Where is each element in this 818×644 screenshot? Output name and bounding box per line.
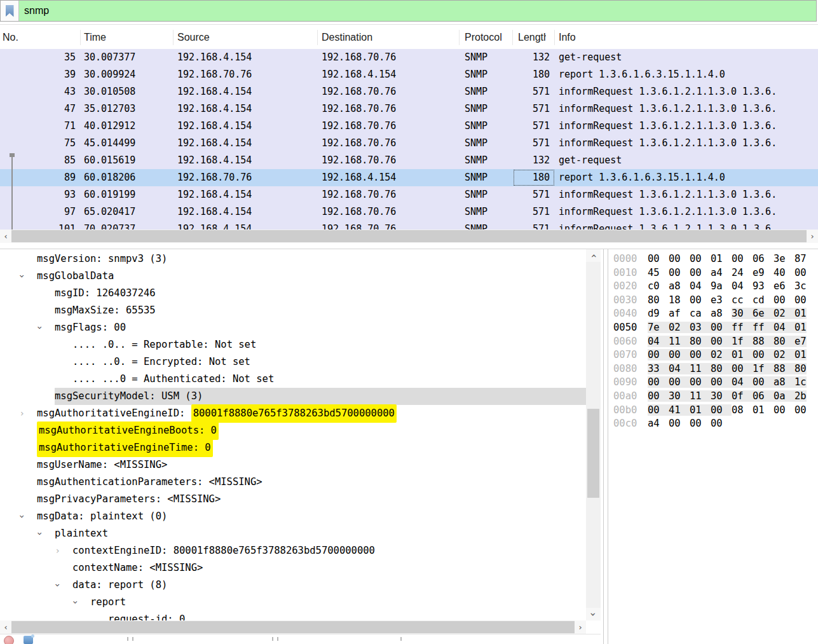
expander-collapsed-icon[interactable]: › (20, 405, 37, 422)
tree-row-msgauthoritativeengineboots[interactable]: msgAuthoritativeEngineBoots: 0 (0, 422, 586, 439)
scrollbar-thumb[interactable] (11, 230, 807, 242)
packet-list-horizontal-scrollbar[interactable]: ‹ › (0, 230, 818, 243)
hex-offset: 0040 (613, 307, 640, 321)
cell-info: get-request (555, 49, 818, 66)
tree-row-msgsecuritymodel-selected[interactable]: msgSecurityModel: USM (3) (0, 388, 586, 405)
expander-expanded-icon[interactable]: › (38, 525, 55, 542)
packet-row[interactable]: 7140.012912192.168.4.154192.168.70.76SNM… (0, 118, 818, 135)
column-header-length[interactable]: Length (513, 30, 555, 45)
tree-row-flag-authenticated[interactable]: .... ...0 = Authenticated: Not set (0, 371, 586, 388)
hex-row[interactable]: 008033 04 11 80 00 1f 88 80 (613, 362, 818, 376)
tree-row-contextengineid[interactable]: ›contextEngineID: 80001f8880e765f3788263… (0, 542, 586, 559)
tree-row-label: msgAuthoritativeEngineID: (37, 405, 191, 422)
column-header-time[interactable]: Time (81, 30, 174, 45)
expander-expanded-icon[interactable]: › (56, 577, 72, 594)
cell-time: 30.009924 (81, 66, 174, 83)
display-filter-input[interactable] (19, 5, 816, 17)
tree-row-msgmaxsize[interactable]: msgMaxSize: 65535 (0, 302, 586, 319)
hex-row[interactable]: 00a000 30 11 30 0f 06 0a 2b (613, 390, 818, 404)
cell-length: 132 (513, 49, 555, 66)
hex-row[interactable]: 009000 00 00 00 04 00 a8 1c (613, 376, 818, 390)
tree-row-label: data: report (8) (72, 577, 167, 594)
hex-row[interactable]: 00507e 02 03 00 ff ff 04 01 (613, 321, 818, 335)
expander-collapsed-icon[interactable]: › (56, 542, 72, 559)
cell-destination: 192.168.70.76 (318, 221, 460, 230)
tree-row-msgauthenticationparameters[interactable]: msgAuthenticationParameters: <MISSING> (0, 474, 586, 491)
scroll-left-button[interactable]: ‹ (0, 230, 11, 243)
packet-row[interactable]: 8560.015619192.168.4.154192.168.70.76SNM… (0, 152, 818, 169)
packet-row[interactable]: 9765.020417192.168.4.154192.168.70.76SNM… (0, 203, 818, 221)
tree-row-report[interactable]: ›report (0, 594, 586, 611)
expander-expanded-icon[interactable]: › (38, 319, 55, 336)
expander-expanded-icon[interactable]: › (20, 268, 37, 285)
tree-row-contextname[interactable]: contextName: <MISSING> (0, 559, 586, 577)
hex-bytes-highlighted: 00 41 01 00 (648, 404, 732, 416)
tree-row-request-id[interactable]: request-id: 0 (0, 611, 586, 620)
tree-row-msgglobaldata[interactable]: ›msgGlobalData (0, 268, 586, 285)
capture-file-icon[interactable] (24, 636, 33, 644)
hex-row[interactable]: 006004 11 80 00 1f 88 80 e7 (613, 335, 818, 349)
filter-bookmark-button[interactable] (1, 1, 19, 21)
tree-row-data-report[interactable]: ›data: report (8) (0, 577, 586, 594)
packet-row[interactable]: 3930.009924192.168.70.76192.168.4.154SNM… (0, 66, 818, 83)
column-header-source[interactable]: Source (174, 30, 318, 45)
packet-row[interactable]: 3530.007377192.168.4.154192.168.70.76SNM… (0, 49, 818, 66)
packet-row-selected[interactable]: 8960.018206192.168.70.76192.168.4.154SNM… (0, 169, 818, 186)
scroll-right-button[interactable]: › (575, 620, 586, 634)
packet-row[interactable]: 4735.012703192.168.4.154192.168.70.76SNM… (0, 100, 818, 118)
hex-row[interactable]: 00c0a4 00 00 00 (613, 417, 818, 431)
tree-row-label: request-id: 0 (108, 611, 185, 620)
packet-row[interactable]: 10170.020737192.168.4.154192.168.70.76SN… (0, 221, 818, 230)
column-header-info[interactable]: Info (555, 30, 818, 45)
scroll-up-button[interactable]: › (586, 249, 601, 262)
tree-row-msgauthoritativeengineid[interactable]: ›msgAuthoritativeEngineID: 80001f8880e76… (0, 405, 586, 422)
cell-destination: 192.168.70.76 (318, 118, 460, 135)
tree-row-msgauthoritativeenginetime[interactable]: msgAuthoritativeEngineTime: 0 (0, 439, 586, 456)
hex-row[interactable]: 007000 00 00 02 01 00 02 01 (613, 348, 818, 362)
tree-row-flag-encrypted[interactable]: .... ..0. = Encrypted: Not set (0, 353, 586, 371)
display-filter-field[interactable] (19, 1, 816, 21)
expander-expanded-icon[interactable]: › (74, 594, 90, 611)
packet-row[interactable]: 9360.019199192.168.4.154192.168.70.76SNM… (0, 186, 818, 203)
packet-row[interactable]: 7545.014499192.168.4.154192.168.70.76SNM… (0, 135, 818, 152)
cell-no: 39 (0, 66, 81, 83)
cell-destination: 192.168.70.76 (318, 100, 460, 118)
scroll-down-button[interactable]: › (586, 608, 601, 620)
scroll-right-button[interactable]: › (807, 230, 818, 243)
tree-row-msgprivacyparameters[interactable]: msgPrivacyParameters: <MISSING> (0, 491, 586, 508)
tree-row-msgdata[interactable]: ›msgData: plaintext (0) (0, 508, 586, 525)
tree-row-msgid[interactable]: msgID: 1264037246 (0, 285, 586, 302)
scroll-left-icon: ‹ (4, 231, 7, 241)
hex-row[interactable]: 001045 00 00 a4 24 e9 40 00 (613, 266, 818, 280)
scrollbar-thumb[interactable] (587, 409, 599, 498)
hex-row[interactable]: 0020c0 a8 04 9a 04 93 e6 3c (613, 280, 818, 294)
tree-row-flag-reportable[interactable]: .... .0.. = Reportable: Not set (0, 336, 586, 353)
cell-info: informRequest 1.3.6.1.2.1.1.3.0 1.3.6. (555, 100, 818, 118)
hex-row[interactable]: 00b000 41 01 00 08 01 00 00 (613, 404, 818, 418)
pane-splitter[interactable] (603, 249, 604, 644)
column-header-no[interactable]: No. (0, 30, 81, 45)
packet-row[interactable]: 4330.010508192.168.4.154192.168.70.76SNM… (0, 83, 818, 100)
expert-info-icon[interactable] (4, 636, 14, 644)
scroll-left-icon: ‹ (4, 622, 7, 632)
cell-no: 35 (0, 49, 81, 66)
tree-row-msgflags[interactable]: ›msgFlags: 00 (0, 319, 586, 336)
column-header-destination[interactable]: Destination (318, 30, 460, 45)
tree-row-msgversion[interactable]: msgVersion: snmpv3 (3) (0, 250, 586, 268)
detail-horizontal-scrollbar[interactable]: ‹ › (0, 620, 586, 634)
hex-row[interactable]: 003080 18 00 e3 cc cd 00 00 (613, 294, 818, 308)
scroll-left-button[interactable]: ‹ (0, 620, 11, 634)
tree-row-plaintext[interactable]: ›plaintext (0, 525, 586, 542)
hex-row[interactable]: 0040d9 af ca a8 30 6e 02 01 (613, 307, 818, 321)
detail-vertical-scrollbar[interactable]: › › (586, 249, 601, 620)
cell-length: 571 (513, 186, 555, 203)
hex-row[interactable]: 000000 00 00 01 00 06 3e 87 (613, 252, 818, 266)
expander-expanded-icon[interactable]: › (20, 508, 37, 525)
cell-source: 192.168.4.154 (174, 186, 318, 203)
cell-time: 40.012912 (81, 118, 174, 135)
scrollbar-thumb[interactable] (11, 621, 575, 633)
tree-row-msgusername[interactable]: msgUserName: <MISSING> (0, 456, 586, 474)
column-header-protocol[interactable]: Protocol (460, 30, 513, 45)
cropped-status-text-marks (400, 637, 402, 641)
display-filter-bar (0, 0, 817, 22)
